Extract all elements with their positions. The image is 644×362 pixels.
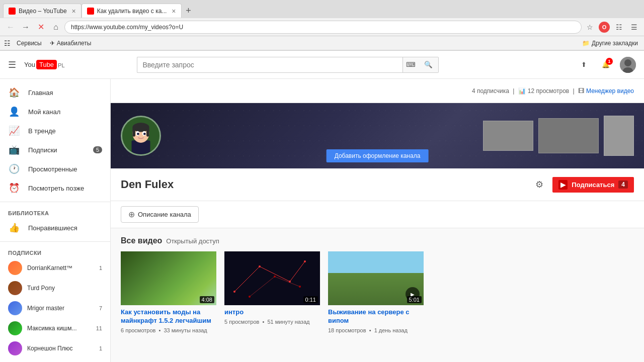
sidebar-channel-turd[interactable]: Turd Pony — [0, 278, 110, 298]
channel-badge-korneshon: 1 — [99, 345, 102, 351]
tab-close-2[interactable]: × — [172, 7, 176, 15]
reload-button[interactable]: ✕ — [34, 21, 47, 34]
new-tab-button[interactable]: + — [182, 4, 196, 18]
video-card-2[interactable]: 0:11 интро 5 просмотров • 51 минуту наза… — [224, 251, 320, 336]
hamburger-menu-icon[interactable]: ☰ — [8, 59, 16, 70]
logo-you: You — [24, 61, 35, 68]
channel-name-dorrrian: DorrianKarnett™ — [27, 264, 92, 272]
video-title-1: Как установить моды на майнкрафт 1.5.2 л… — [121, 308, 216, 325]
subscriptions-icon: 📺 — [8, 144, 20, 155]
notification-badge: 1 — [606, 58, 613, 65]
subscribe-button[interactable]: ▶ Подписаться 4 — [552, 177, 634, 193]
channel-info: Den Fulex ⚙ ▶ Подписаться 4 — [111, 168, 644, 201]
tab-youtube[interactable]: Видео – YouTube × — [3, 4, 82, 18]
search-container: ⌨ 🔍 — [137, 57, 439, 73]
channel-name-max: Максимка кишм... — [27, 325, 89, 332]
svg-point-21 — [289, 281, 291, 283]
browser-chrome: Видео – YouTube × Как удалить видео с ка… — [0, 0, 644, 51]
header-actions: ⬆ 🔔 1 — [576, 57, 636, 73]
yt-main: 4 подписчика | 📊 12 просмотров | 🎞 Менед… — [111, 79, 644, 362]
browser-actions: ☆ O ☷ ☰ — [584, 21, 640, 33]
video-meta-2: 5 просмотров • 51 минуту назад — [224, 319, 320, 325]
search-button[interactable]: 🔍 — [419, 57, 439, 73]
tab-active[interactable]: Как удалить видео с ка... × — [82, 4, 182, 18]
bookmark-folder-icon: 📁 — [582, 40, 590, 47]
search-input[interactable] — [137, 57, 403, 73]
keyboard-icon[interactable]: ⌨ — [403, 57, 419, 73]
sidebar-item-home[interactable]: 🏠 Главная — [0, 83, 110, 102]
video-card-3[interactable]: ▶ 5:01 Выживание на сервере с випом 18 п… — [328, 251, 424, 336]
sidebar-channel-mrigor[interactable]: Mrigor master 7 — [0, 298, 110, 318]
channel-avatar-korneshon — [8, 341, 22, 355]
video-time-2: 51 минуту назад — [268, 319, 310, 325]
sidebar-item-my-channel[interactable]: 👤 Мой канал — [0, 102, 110, 121]
upload-button[interactable]: ⬆ — [576, 57, 592, 73]
forward-button[interactable]: → — [19, 21, 32, 34]
sidebar-item-liked[interactable]: 👍 Понравившиеся — [0, 218, 110, 237]
sidebar-item-subscriptions[interactable]: 📺 Подписки 5 — [0, 140, 110, 159]
svg-point-11 — [137, 133, 139, 135]
channel-settings-button[interactable]: ⚙ — [531, 176, 547, 193]
history-icon: 🕐 — [8, 163, 20, 174]
youtube-app: ☰ YouTubePL ⌨ 🔍 ⬆ 🔔 1 — [0, 51, 644, 362]
svg-rect-8 — [146, 127, 149, 137]
bookmark-other[interactable]: 📁 Другие закладки — [580, 39, 640, 48]
sidebar-home-label: Главная — [28, 89, 102, 97]
apps-button[interactable]: ☷ — [4, 39, 11, 47]
channel-stats: 4 подписчика | 📊 12 просмотров | 🎞 Менед… — [472, 87, 634, 95]
video-duration-1: 4:08 — [200, 296, 214, 303]
bookmark-icon[interactable]: ☆ — [584, 21, 596, 33]
menu-icon[interactable]: ☰ — [628, 21, 640, 33]
video-card-1[interactable]: 4:08 Как установить моды на майнкрафт 1.… — [121, 251, 216, 336]
sidebar-item-trending[interactable]: 📈 В тренде — [0, 121, 110, 140]
description-button[interactable]: ⊕ Описание канала — [121, 206, 199, 223]
sidebar-item-watch-later[interactable]: ⏰ Посмотреть позже — [0, 178, 110, 198]
svg-point-22 — [304, 260, 306, 262]
yt-header: ☰ YouTubePL ⌨ 🔍 ⬆ 🔔 1 — [0, 51, 644, 79]
notification-button[interactable]: 🔔 1 — [598, 57, 614, 73]
address-bar[interactable] — [64, 21, 582, 34]
desc-btn-label: Описание канала — [138, 211, 191, 218]
bookmark-other-label: Другие закладки — [592, 40, 638, 47]
channel-badge-mrigor: 7 — [99, 305, 102, 311]
back-button[interactable]: ← — [4, 21, 17, 34]
bookmarks-bar: ☷ Сервисы ✈ Авиабилеты 📁 Другие закладки — [0, 36, 644, 50]
liked-icon: 👍 — [8, 222, 20, 233]
sidebar-channel-max[interactable]: Максимка кишм... 11 — [0, 318, 110, 338]
channel-avatar — [121, 116, 161, 156]
sidebar-trending-label: В тренде — [28, 127, 102, 135]
bookmark-flights[interactable]: ✈ Авиабилеты — [48, 39, 94, 48]
tab-favicon-1 — [9, 8, 16, 15]
video-views-1: 6 просмотров — [121, 327, 155, 333]
video-manager-label[interactable]: Менеджер видео — [586, 87, 634, 95]
opera-icon[interactable]: O — [599, 22, 610, 33]
channel-name: Den Fulex — [121, 178, 174, 191]
sidebar-item-history[interactable]: 🕐 Просмотренные — [0, 159, 110, 178]
videos-access-text: Открытый доступ — [166, 237, 219, 245]
add-channel-art-button[interactable]: Добавить оформление канала — [327, 149, 429, 162]
svg-point-23 — [249, 296, 251, 298]
video-time-3: 1 день назад — [374, 327, 408, 333]
plus-circle-icon: ⊕ — [128, 210, 135, 219]
sidebar-channel-dorrrian[interactable]: DorrianKarnett™ 1 — [0, 258, 110, 278]
user-avatar[interactable] — [620, 57, 636, 73]
svg-point-25 — [299, 286, 301, 288]
video-duration-3: 5:01 — [407, 296, 422, 303]
channel-avatar-turd — [8, 281, 22, 295]
bookmark-services-label: Сервисы — [17, 40, 42, 47]
video-info-3: Выживание на сервере с випом 18 просмотр… — [328, 305, 424, 336]
browser-controls: ← → ✕ ⌂ ☆ O ☷ ☰ — [0, 18, 644, 36]
extensions-icon[interactable]: ☷ — [613, 21, 625, 33]
video-title-3: Выживание на сервере с випом — [328, 308, 424, 325]
home-button[interactable]: ⌂ — [49, 21, 62, 34]
sidebar-my-channel-label: Мой канал — [28, 108, 102, 116]
logo-pl: PL — [58, 62, 64, 68]
sidebar-channel-korneshon[interactable]: Корнешон Плюс 1 — [0, 338, 110, 358]
channel-header: Добавить оформление канала — [111, 103, 644, 168]
banner-thumbnails — [483, 116, 634, 156]
bookmark-services[interactable]: Сервисы — [15, 39, 44, 48]
yt-logo[interactable]: YouTubePL — [24, 60, 65, 69]
tab-close-1[interactable]: × — [72, 7, 76, 15]
channel-badge-dorrrian: 1 — [99, 265, 102, 271]
channel-avatar-max — [8, 321, 22, 335]
